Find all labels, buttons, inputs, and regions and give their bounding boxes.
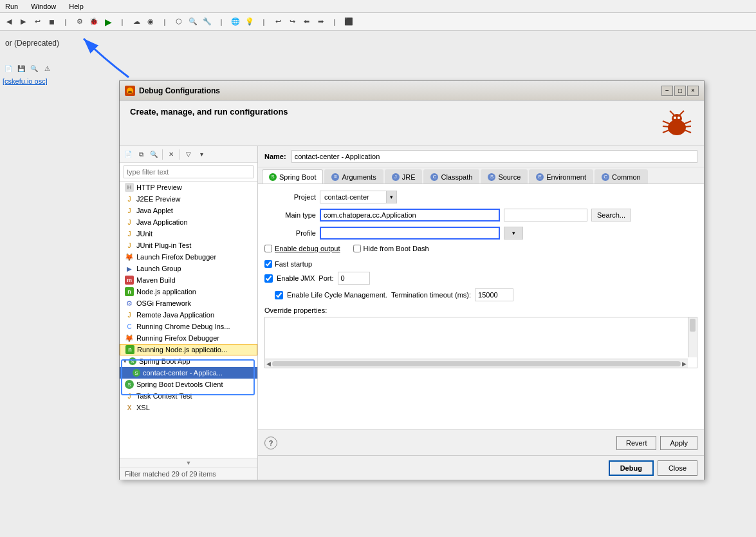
tab-common[interactable]: C Common: [595, 169, 648, 184]
sec-btn-4[interactable]: ⚠: [41, 62, 53, 74]
lp-filter-btn[interactable]: ▽: [183, 149, 194, 160]
toolbar-btn-2[interactable]: ▶: [17, 15, 30, 28]
main-type-extra-input[interactable]: [504, 209, 587, 221]
tab-classpath[interactable]: C Classpath: [423, 169, 479, 184]
search-button[interactable]: Search...: [591, 209, 631, 221]
sec-btn-2[interactable]: 💾: [15, 62, 27, 74]
tab-arguments[interactable]: ≡ Arguments: [324, 169, 383, 184]
toolbar-btn-3[interactable]: ↩: [31, 15, 44, 28]
hide-boot-dash-label[interactable]: Hide from Boot Dash: [364, 245, 429, 252]
toolbar-btn-14[interactable]: 🔧: [201, 15, 214, 28]
close-dialog-button[interactable]: Close: [658, 460, 697, 476]
port-input[interactable]: [338, 272, 370, 285]
tree-item-maven[interactable]: m Maven Build: [120, 274, 257, 286]
name-input[interactable]: [291, 150, 697, 163]
lp-delete-btn[interactable]: ✕: [165, 149, 177, 160]
tree-item-j2ee[interactable]: J J2EE Preview: [120, 193, 257, 205]
toolbar-btn-12[interactable]: ⬡: [172, 15, 185, 28]
tab-jre[interactable]: J JRE: [385, 169, 423, 184]
left-panel-scroll-bottom[interactable]: ▼: [120, 458, 257, 467]
tree-item-task-context[interactable]: J Task Context Test: [120, 390, 257, 402]
lifecycle-checkbox[interactable]: [275, 291, 283, 299]
project-dropdown-arrow[interactable]: ▾: [386, 191, 396, 203]
toolbar-btn-21[interactable]: ⬅: [300, 15, 313, 28]
scroll-left-icon[interactable]: ◀: [266, 361, 271, 367]
dialog-maximize-btn[interactable]: □: [674, 86, 686, 96]
tree-item-launch-firefox[interactable]: 🦊 Launch Firefox Debugger: [120, 251, 257, 263]
osgi-text[interactable]: [cskefu.io osc]: [3, 77, 48, 85]
tree-item-java-applet[interactable]: J Java Applet: [120, 205, 257, 216]
project-select[interactable]: contact-center ▾: [320, 191, 397, 203]
tree-item-osgi[interactable]: ⚙ OSGi Framework: [120, 297, 257, 309]
enable-debug-label[interactable]: Enable debug output: [275, 245, 340, 252]
toolbar-btn-19[interactable]: ↩: [272, 15, 284, 28]
lp-filter-arrow-btn[interactable]: ▾: [196, 149, 207, 160]
apply-button[interactable]: Apply: [660, 436, 697, 450]
toolbar-btn-5[interactable]: |: [59, 15, 72, 28]
enable-jmx-label[interactable]: Enable JMX: [277, 274, 315, 282]
toolbar-btn-run[interactable]: ▶: [102, 15, 115, 28]
fast-startup-checkbox[interactable]: [264, 260, 272, 268]
tree-item-firefox-debug[interactable]: 🦊 Running Firefox Debugger: [120, 332, 257, 344]
toolbar-btn-1[interactable]: ◀: [3, 15, 15, 28]
tree-item-chrome-debug[interactable]: C Running Chrome Debug Ins...: [120, 321, 257, 332]
help-button[interactable]: ?: [264, 437, 277, 449]
override-hscrollbar[interactable]: ◀ ▶: [265, 359, 688, 368]
tab-source[interactable]: S Source: [481, 169, 528, 184]
tab-spring-boot[interactable]: S Spring Boot: [262, 169, 323, 184]
toolbar-btn-9[interactable]: ☁: [130, 15, 143, 28]
lifecycle-label[interactable]: Enable Life Cycle Management.: [287, 291, 387, 299]
scroll-right-icon[interactable]: ▶: [682, 361, 687, 367]
toolbar-btn-23[interactable]: |: [328, 15, 341, 28]
hscroll-thumb[interactable]: [272, 361, 681, 366]
dialog-minimize-btn[interactable]: −: [661, 86, 673, 96]
fast-startup-label[interactable]: Fast startup: [275, 260, 312, 268]
tree-item-spring-devtools[interactable]: S Spring Boot Devtools Client: [120, 379, 257, 390]
tree-item-contact-center[interactable]: S contact-center - Applica...: [120, 367, 257, 379]
toolbar-btn-15[interactable]: |: [215, 15, 228, 28]
menu-run[interactable]: Run: [3, 1, 21, 12]
toolbar-btn-16[interactable]: 🌐: [229, 15, 242, 28]
tree-item-http-preview[interactable]: H HTTP Preview: [120, 182, 257, 193]
enable-jmx-checkbox[interactable]: [264, 274, 273, 283]
toolbar-btn-18[interactable]: |: [257, 15, 270, 28]
tree-item-junit[interactable]: J JUnit: [120, 228, 257, 240]
override-area[interactable]: ◀ ▶: [264, 317, 697, 368]
sec-btn-3[interactable]: 🔍: [28, 62, 40, 74]
override-vscrollbar[interactable]: [688, 317, 697, 357]
revert-button[interactable]: Revert: [616, 436, 656, 450]
termination-input[interactable]: [475, 288, 513, 301]
lp-copy-btn[interactable]: ⧉: [135, 149, 147, 160]
enable-debug-checkbox[interactable]: [264, 245, 272, 252]
tree-item-java-app[interactable]: J Java Application: [120, 216, 257, 228]
tree-item-xsl[interactable]: X XSL: [120, 402, 257, 413]
toolbar-btn-4[interactable]: ⏹: [45, 15, 58, 28]
toolbar-btn-20[interactable]: ↪: [286, 15, 299, 28]
toolbar-btn-17[interactable]: 💡: [243, 15, 256, 28]
dialog-close-btn[interactable]: ×: [687, 86, 699, 96]
tree-item-launch-group[interactable]: ▶ Launch Group: [120, 263, 257, 274]
toolbar-btn-24[interactable]: ⬛: [342, 15, 355, 28]
profile-dropdown[interactable]: ▾: [504, 227, 523, 240]
tree-item-running-nodejs[interactable]: n Running Node.js applicatio...: [120, 344, 257, 355]
toolbar-btn-8[interactable]: |: [116, 15, 129, 28]
toolbar-btn-11[interactable]: |: [158, 15, 171, 28]
menu-help[interactable]: Help: [66, 1, 86, 12]
vscroll-thumb[interactable]: [690, 319, 696, 332]
hide-boot-dash-checkbox[interactable]: [353, 245, 361, 252]
tab-environment[interactable]: E Environment: [529, 169, 593, 184]
search-input[interactable]: [124, 165, 254, 178]
toolbar-btn-13[interactable]: 🔍: [187, 15, 199, 28]
lp-new-btn[interactable]: 📄: [122, 149, 134, 160]
toolbar-btn-6[interactable]: ⚙: [73, 15, 86, 28]
tree-item-nodejs[interactable]: n Node.js application: [120, 286, 257, 297]
menu-window[interactable]: Window: [28, 1, 59, 12]
toolbar-btn-10[interactable]: ◉: [144, 15, 157, 28]
tree-item-junit-plugin[interactable]: J JUnit Plug-in Test: [120, 240, 257, 251]
main-type-input[interactable]: [320, 209, 500, 221]
debug-button[interactable]: Debug: [609, 460, 654, 476]
sec-btn-1[interactable]: 📄: [3, 62, 14, 74]
profile-input[interactable]: [320, 227, 500, 240]
profile-dropdown-arrow[interactable]: ▾: [504, 227, 522, 239]
toolbar-btn-7[interactable]: 🐞: [88, 15, 100, 28]
